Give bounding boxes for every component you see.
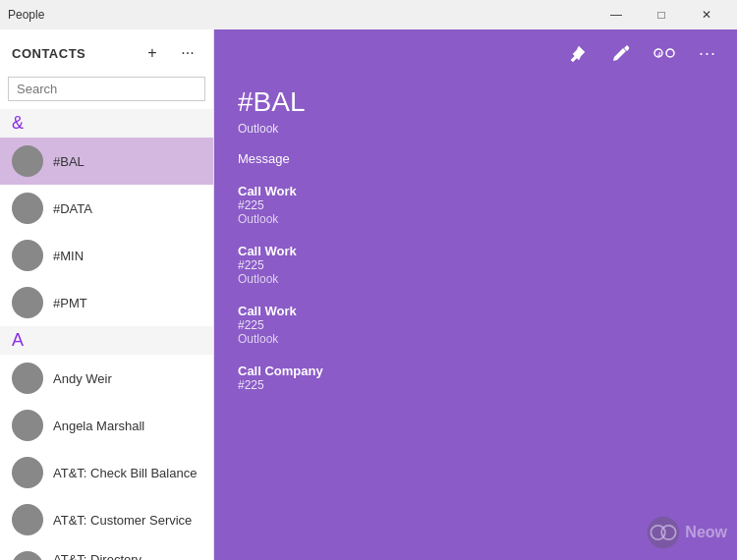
group-label-a: A xyxy=(0,326,213,355)
edit-icon xyxy=(612,44,630,62)
minimize-button[interactable]: — xyxy=(594,0,639,29)
call-work-3-source: Outlook xyxy=(238,332,713,346)
pin-icon xyxy=(569,44,587,62)
app-body: CONTACTS + ··· & #BAL #DATA #MIN xyxy=(0,29,737,560)
action-call-work-2[interactable]: Call Work #225 Outlook xyxy=(238,244,713,286)
neow-watermark: Neow xyxy=(646,515,727,550)
contact-name-data: #DATA xyxy=(53,201,92,216)
pin-button[interactable] xyxy=(560,35,595,71)
close-button[interactable]: ✕ xyxy=(684,0,729,29)
window-controls: — □ ✕ xyxy=(594,0,729,29)
linked-profiles-icon: 4 xyxy=(653,44,675,62)
neow-label: Neow xyxy=(685,524,727,541)
add-contact-button[interactable]: + xyxy=(139,39,166,67)
contact-item-att-customer[interactable]: AT&T: Customer Service xyxy=(0,496,213,543)
call-company-number: #225 xyxy=(238,378,713,392)
call-work-2-number: #225 xyxy=(238,258,713,272)
contact-item-bal[interactable]: #BAL xyxy=(0,138,213,185)
avatar-min xyxy=(12,240,43,271)
contact-detail-source: Outlook xyxy=(238,122,713,136)
avatar-andy xyxy=(12,363,43,394)
contacts-list: & #BAL #DATA #MIN #PMT A Andy Weir xyxy=(0,109,213,560)
search-input[interactable] xyxy=(17,82,197,96)
action-call-company[interactable]: Call Company #225 xyxy=(238,364,713,392)
contacts-header: CONTACTS + ··· xyxy=(0,29,213,77)
action-call-work-1[interactable]: Call Work #225 Outlook xyxy=(238,184,713,226)
maximize-button[interactable]: □ xyxy=(639,0,684,29)
call-work-2-title: Call Work xyxy=(238,244,713,258)
call-company-title: Call Company xyxy=(238,364,713,378)
call-work-3-number: #225 xyxy=(238,318,713,332)
contact-name-andy: Andy Weir xyxy=(53,371,112,386)
more-options-button[interactable]: ··· xyxy=(174,39,201,67)
contact-item-att-check[interactable]: AT&T: Check Bill Balance xyxy=(0,449,213,496)
contact-item-data[interactable]: #DATA xyxy=(0,185,213,232)
svg-point-3 xyxy=(648,517,679,548)
contact-item-pmt[interactable]: #PMT xyxy=(0,279,213,326)
avatar-att-directory xyxy=(12,551,43,560)
avatar-angela xyxy=(12,410,43,441)
contact-item-min[interactable]: #MIN xyxy=(0,232,213,279)
title-bar: People — □ ✕ xyxy=(0,0,737,29)
contacts-title: CONTACTS xyxy=(12,46,85,61)
app-title: People xyxy=(8,8,44,22)
search-box[interactable] xyxy=(8,77,205,101)
svg-text:4: 4 xyxy=(657,51,661,58)
svg-point-1 xyxy=(666,49,674,57)
right-panel: 4 ··· #BAL Outlook Message Call Work #22… xyxy=(214,29,737,560)
call-work-1-number: #225 xyxy=(238,198,713,212)
call-work-1-title: Call Work xyxy=(238,184,713,198)
call-work-1-source: Outlook xyxy=(238,212,713,226)
contact-name-bal: #BAL xyxy=(53,154,85,169)
call-work-2-source: Outlook xyxy=(238,272,713,286)
avatar-att-check xyxy=(12,457,43,488)
contact-name-att-check: AT&T: Check Bill Balance xyxy=(53,466,197,480)
message-label: Message xyxy=(238,151,713,166)
avatar-pmt xyxy=(12,287,43,318)
call-work-3-title: Call Work xyxy=(238,304,713,318)
contact-name-min: #MIN xyxy=(53,249,84,263)
contact-name-pmt: #PMT xyxy=(53,296,87,310)
right-toolbar: 4 ··· xyxy=(214,29,737,77)
contact-name-att-directory: AT&T: Directory Assistance xyxy=(53,552,201,560)
avatar-data xyxy=(12,193,43,224)
contact-name-angela: Angela Marshall xyxy=(53,419,144,433)
edit-button[interactable] xyxy=(603,35,639,71)
contact-name-att-customer: AT&T: Customer Service xyxy=(53,513,192,528)
avatar-bal xyxy=(12,145,43,177)
contact-detail: #BAL Outlook Message Call Work #225 Outl… xyxy=(214,77,737,560)
action-call-work-3[interactable]: Call Work #225 Outlook xyxy=(238,304,713,346)
contacts-header-icons: + ··· xyxy=(139,39,201,67)
contact-item-angela[interactable]: Angela Marshall xyxy=(0,402,213,449)
more-button[interactable]: ··· xyxy=(690,35,725,71)
avatar-att-customer xyxy=(12,504,43,535)
left-panel: CONTACTS + ··· & #BAL #DATA #MIN xyxy=(0,29,214,560)
contact-item-andy[interactable]: Andy Weir xyxy=(0,355,213,402)
contact-item-att-directory[interactable]: AT&T: Directory Assistance xyxy=(0,543,213,560)
linked-profiles-button[interactable]: 4 xyxy=(647,35,682,71)
group-label-ampersand: & xyxy=(0,109,213,138)
contact-detail-name: #BAL xyxy=(238,86,713,118)
action-message[interactable]: Message xyxy=(238,151,713,166)
neow-logo-icon xyxy=(646,515,681,550)
